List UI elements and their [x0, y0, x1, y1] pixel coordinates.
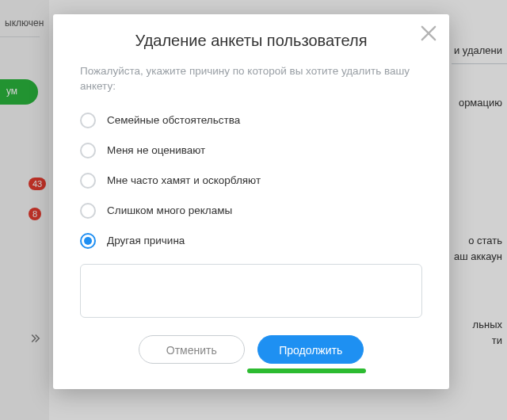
other-reason-input[interactable] [80, 264, 422, 318]
continue-button[interactable]: Продолжить [257, 335, 364, 364]
delete-profile-modal: Удаление анкеты пользователя Пожалуйста,… [53, 14, 449, 389]
reason-option-not-rated[interactable]: Меня не оценивают [80, 136, 422, 166]
modal-prompt: Пожалуйста, укажите причину по которой в… [80, 64, 422, 94]
radio-icon [80, 173, 96, 189]
radio-icon [80, 203, 96, 219]
radio-icon [80, 113, 96, 128]
reason-options: Семейные обстоятельства Меня не оцениваю… [80, 105, 422, 256]
option-label: Слишком много рекламы [107, 204, 232, 216]
close-icon [417, 22, 440, 44]
close-button[interactable] [417, 22, 440, 44]
continue-highlight [247, 368, 366, 373]
modal-title: Удаление анкеты пользователя [85, 32, 417, 50]
reason-option-family[interactable]: Семейные обстоятельства [80, 105, 422, 136]
reason-option-ads[interactable]: Слишком много рекламы [80, 196, 422, 226]
reason-option-rude[interactable]: Мне часто хамят и оскорбляют [80, 166, 422, 196]
radio-icon [80, 233, 96, 249]
radio-icon [80, 143, 96, 158]
cancel-button[interactable]: Отменить [139, 335, 245, 364]
reason-option-other[interactable]: Другая причина [80, 226, 422, 256]
modal-actions: Отменить Продолжить [53, 335, 449, 373]
option-label: Мне часто хамят и оскорбляют [107, 174, 261, 186]
option-label: Другая причина [107, 235, 185, 246]
option-label: Меня не оценивают [107, 144, 205, 156]
option-label: Семейные обстоятельства [107, 114, 240, 126]
